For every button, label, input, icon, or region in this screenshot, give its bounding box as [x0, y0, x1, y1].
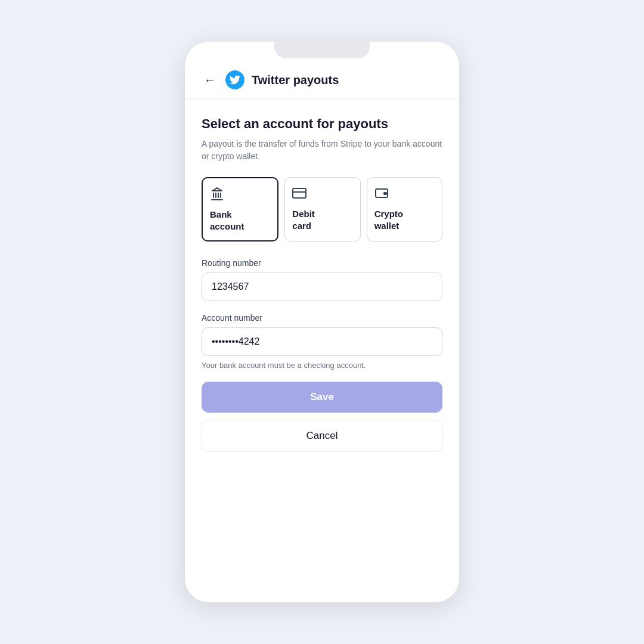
account-hint: Your bank account must be a checking acc… [202, 361, 442, 370]
account-number-label: Account number [202, 313, 442, 323]
account-options: Bankaccount Debitcard [202, 177, 442, 242]
debit-card-icon [292, 186, 306, 203]
back-button[interactable]: ← [202, 71, 218, 89]
main-content: Select an account for payouts A payout i… [185, 100, 459, 602]
bank-account-option[interactable]: Bankaccount [202, 177, 278, 242]
crypto-icon [374, 186, 389, 203]
bank-account-label: Bankaccount [210, 209, 244, 232]
phone-shell: ← Twitter payouts Select an account for … [185, 42, 459, 602]
header: ← Twitter payouts [185, 58, 459, 100]
svg-rect-9 [384, 193, 386, 194]
routing-number-input[interactable] [202, 273, 442, 301]
save-button[interactable]: Save [202, 382, 442, 413]
section-description: A payout is the transfer of funds from S… [202, 138, 442, 163]
account-number-group: Account number Your bank account must be… [202, 313, 442, 370]
crypto-wallet-option[interactable]: Cryptowallet [367, 177, 442, 242]
crypto-wallet-label: Cryptowallet [374, 208, 403, 231]
debit-card-option[interactable]: Debitcard [284, 177, 360, 242]
twitter-logo [225, 70, 244, 89]
page-title: Twitter payouts [252, 73, 339, 87]
twitter-bird-icon [230, 75, 240, 85]
back-arrow-icon: ← [204, 73, 216, 87]
svg-rect-6 [293, 188, 306, 198]
cancel-button[interactable]: Cancel [202, 420, 442, 452]
debit-card-label: Debitcard [292, 208, 315, 231]
section-title: Select an account for payouts [202, 116, 442, 132]
account-number-input[interactable] [202, 327, 442, 356]
notch-bar [274, 42, 370, 58]
routing-number-group: Routing number [202, 258, 442, 301]
bank-icon [210, 187, 224, 204]
svg-marker-5 [212, 188, 222, 191]
routing-number-label: Routing number [202, 258, 442, 268]
